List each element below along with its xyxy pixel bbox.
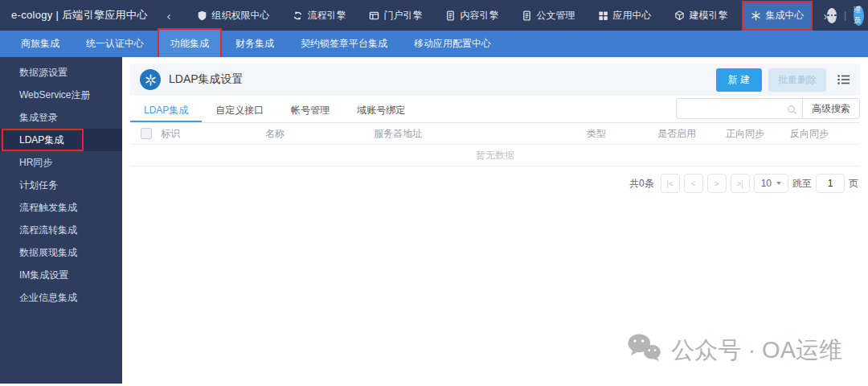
column-header-id: 标识 bbox=[161, 127, 265, 141]
topbar-item-label: 组织权限中心 bbox=[211, 9, 269, 23]
total-count: 共0条 bbox=[629, 177, 654, 191]
topbar-item-label: 内容引擎 bbox=[460, 9, 498, 23]
sidebar-item-data-display[interactable]: 数据展现集成 bbox=[0, 241, 122, 264]
ellipsis-icon[interactable] bbox=[827, 8, 837, 23]
topbar-item-label: 公文管理 bbox=[536, 9, 575, 23]
topbar: e-cology | 后端引擎应用中心 ‹ 组织权限中心 流程引擎 门户引擎 内… bbox=[0, 0, 868, 31]
sidebar-item-webservice-register[interactable]: WebService注册 bbox=[0, 84, 122, 106]
tab-domain-account-binding[interactable]: 域账号绑定 bbox=[343, 98, 419, 122]
cube-icon bbox=[674, 10, 685, 21]
subnav-item-finance-integration[interactable]: 财务集成 bbox=[224, 30, 285, 58]
page-size-select[interactable]: 10 bbox=[754, 174, 788, 193]
app-logo: e-cology | 后端引擎应用中心 bbox=[11, 8, 147, 23]
topbar-item-label: 应用中心 bbox=[612, 9, 651, 23]
topbar-item-portal-engine[interactable]: 门户引擎 bbox=[362, 2, 429, 29]
advanced-search-button[interactable]: 高级搜索 bbox=[802, 98, 860, 119]
column-header-type: 类型 bbox=[587, 127, 657, 141]
sidebar-item-workflow-flow[interactable]: 流程流转集成 bbox=[0, 219, 122, 241]
topbar-item-label: 门户引擎 bbox=[383, 9, 422, 23]
next-page-button[interactable]: > bbox=[707, 174, 727, 193]
subnav-item-mobile-config[interactable]: 移动应用配置中心 bbox=[403, 30, 502, 58]
shield-icon bbox=[197, 10, 207, 21]
chevron-down-icon bbox=[776, 182, 781, 185]
topbar-item-document-management[interactable]: 公文管理 bbox=[514, 2, 582, 29]
tabs-row: LDAP集成 自定义接口 帐号管理 域账号绑定 高级搜索 bbox=[130, 97, 860, 123]
sidebar-item-scheduled-tasks[interactable]: 计划任务 bbox=[0, 174, 122, 196]
tab-custom-api[interactable]: 自定义接口 bbox=[202, 98, 277, 122]
page-size-value: 10 bbox=[761, 178, 772, 189]
search-input[interactable] bbox=[677, 99, 802, 118]
main-content: LDAP集成设置 新 建 批量删除 LDAP集成 自定义接口 帐号管理 域账号绑… bbox=[122, 57, 868, 386]
sidebar-item-enterprise-info[interactable]: 企业信息集成 bbox=[0, 286, 122, 309]
batch-delete-button[interactable]: 批量删除 bbox=[768, 68, 826, 92]
search-box bbox=[676, 98, 803, 119]
refresh-arrows-icon bbox=[293, 10, 303, 21]
topbar-item-label: 建模引擎 bbox=[689, 9, 727, 23]
sidebar-item-im-settings[interactable]: IM集成设置 bbox=[0, 264, 122, 286]
integration-asterisk-icon bbox=[140, 69, 161, 90]
avatar[interactable]: 理员 bbox=[854, 6, 864, 26]
list-view-icon[interactable] bbox=[837, 74, 850, 85]
topbar-item-integration-center[interactable]: 集成中心 bbox=[743, 2, 811, 29]
column-header-server-address: 服务器地址 bbox=[374, 127, 587, 141]
sidebar-item-workflow-trigger[interactable]: 流程触发集成 bbox=[0, 196, 122, 219]
topbar-item-org-permissions[interactable]: 组织权限中心 bbox=[190, 2, 276, 29]
table-header-row: 标识 名称 服务器地址 类型 是否启用 正向同步 反向同步 bbox=[130, 123, 860, 145]
tab-ldap-integration[interactable]: LDAP集成 bbox=[130, 98, 202, 122]
sidebar: 数据源设置 WebService注册 集成登录 LDAP集成 HR同步 计划任务… bbox=[0, 57, 122, 384]
prev-page-button[interactable]: < bbox=[684, 174, 703, 193]
column-header-reverse-sync: 反向同步 bbox=[790, 127, 860, 141]
topbar-item-workflow-engine[interactable]: 流程引擎 bbox=[285, 2, 353, 29]
jump-label: 跳至 bbox=[792, 177, 812, 191]
page-unit-label: 页 bbox=[849, 177, 858, 191]
integration-asterisk-icon bbox=[751, 10, 761, 21]
topbar-item-label: 流程引擎 bbox=[307, 9, 346, 23]
document-icon bbox=[445, 10, 456, 21]
portal-layout-icon bbox=[369, 10, 379, 21]
subnav-item-contract-seal-platform[interactable]: 契约锁签章平台集成 bbox=[289, 30, 399, 58]
column-header-name: 名称 bbox=[265, 127, 374, 141]
subnav: 商旅集成 统一认证中心 功能集成 财务集成 契约锁签章平台集成 移动应用配置中心 bbox=[0, 31, 868, 57]
column-header-forward-sync: 正向同步 bbox=[726, 127, 790, 141]
topbar-item-content-engine[interactable]: 内容引擎 bbox=[438, 2, 506, 29]
back-chevron-icon[interactable]: ‹ bbox=[166, 9, 170, 23]
search-icon[interactable] bbox=[787, 104, 797, 118]
sidebar-item-integration-login[interactable]: 集成登录 bbox=[0, 106, 122, 129]
first-page-button[interactable]: |< bbox=[661, 174, 680, 193]
header-actions: 新 建 批量删除 bbox=[716, 68, 850, 92]
select-all-checkbox[interactable] bbox=[141, 128, 152, 139]
topbar-nav: 组织权限中心 流程引擎 门户引擎 内容引擎 公文管理 应用中心 建模引擎 bbox=[190, 2, 820, 29]
sidebar-item-hr-sync[interactable]: HR同步 bbox=[0, 151, 122, 174]
search-area: 高级搜索 bbox=[676, 98, 860, 119]
topbar-item-label: 集成中心 bbox=[765, 9, 804, 23]
page-jump-input[interactable] bbox=[816, 174, 845, 193]
sidebar-item-label: LDAP集成 bbox=[19, 134, 63, 146]
tab-account-management[interactable]: 帐号管理 bbox=[277, 98, 343, 122]
topbar-item-modeling-engine[interactable]: 建模引擎 bbox=[667, 2, 735, 29]
document-icon bbox=[522, 10, 532, 21]
empty-state-text: 暂无数据 bbox=[130, 145, 860, 166]
content-header: LDAP集成设置 新 建 批量删除 bbox=[130, 64, 860, 96]
column-header-enabled: 是否启用 bbox=[657, 127, 726, 141]
new-button[interactable]: 新 建 bbox=[716, 68, 762, 92]
page-title: LDAP集成设置 bbox=[169, 72, 244, 87]
sidebar-item-datasource-settings[interactable]: 数据源设置 bbox=[0, 61, 122, 84]
topbar-item-app-center[interactable]: 应用中心 bbox=[591, 2, 658, 29]
subnav-item-business-travel[interactable]: 商旅集成 bbox=[10, 30, 71, 58]
last-page-button[interactable]: >| bbox=[731, 174, 750, 193]
subnav-item-function-integration[interactable]: 功能集成 bbox=[159, 30, 220, 58]
pagination: 共0条 |< < > >| 10 跳至 页 bbox=[130, 166, 860, 200]
divider: | bbox=[844, 10, 846, 21]
apps-grid-icon bbox=[598, 10, 608, 21]
subnav-item-unified-auth[interactable]: 统一认证中心 bbox=[75, 30, 155, 58]
sidebar-item-ldap-integration[interactable]: LDAP集成 bbox=[0, 129, 122, 151]
